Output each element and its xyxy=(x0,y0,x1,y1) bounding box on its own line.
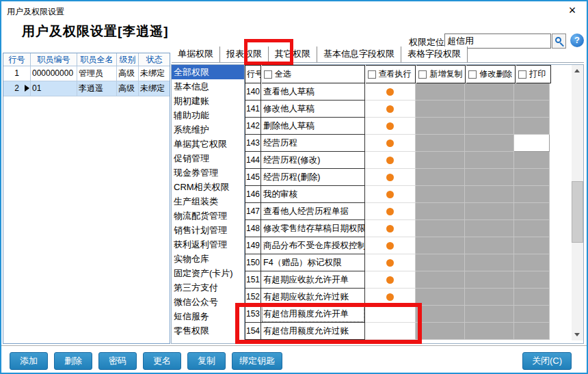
permission-row[interactable]: 153 有超信用额度允许开单 xyxy=(245,306,551,323)
permission-row[interactable]: 154 有超信用额度允许过账 xyxy=(245,323,551,340)
category-item[interactable]: 促销管理 xyxy=(172,151,244,165)
grid-column-header[interactable]: 打印 xyxy=(516,65,551,83)
permission-row[interactable]: 152 有超期应收款允许过账 xyxy=(245,289,551,306)
category-item[interactable]: 生产组装类 xyxy=(172,194,244,209)
column-checkbox[interactable] xyxy=(418,70,427,79)
footer-button[interactable]: 更名 xyxy=(143,352,181,370)
view-exec-cell[interactable] xyxy=(365,118,416,135)
permission-name-cell[interactable]: 查看他人草稿 xyxy=(261,83,365,101)
category-item[interactable]: 微信公众号 xyxy=(172,295,244,309)
employee-row[interactable]: 1 000000000 管理员 高级 未绑定 xyxy=(3,66,170,81)
footer-button[interactable]: 绑定钥匙 xyxy=(232,352,282,370)
permission-row[interactable]: 145 经营历程(删除) xyxy=(245,169,551,186)
view-exec-cell[interactable] xyxy=(365,271,416,289)
view-exec-cell[interactable] xyxy=(365,203,416,220)
category-item[interactable]: 辅助功能 xyxy=(172,108,244,122)
tab[interactable]: 单据权限 xyxy=(172,46,220,62)
permission-name-cell[interactable]: 有超期应收款允许过账 xyxy=(261,289,365,306)
category-item[interactable]: 单据其它权限 xyxy=(172,137,244,151)
scrollbar-thumb[interactable] xyxy=(572,181,583,243)
close-button[interactable]: 关闭(C) xyxy=(522,352,572,370)
view-exec-cell[interactable] xyxy=(365,289,416,306)
category-item[interactable]: 零售权限 xyxy=(172,323,244,338)
close-icon[interactable]: × xyxy=(565,3,580,18)
category-item[interactable]: 获利返利管理 xyxy=(172,237,244,252)
grid-column-header[interactable]: 新增复制 xyxy=(416,65,466,83)
tab[interactable]: 表格字段权限 xyxy=(401,46,468,62)
permission-name-cell[interactable]: F4（赠品）标记权限 xyxy=(261,254,365,271)
category-item[interactable]: 基本信息 xyxy=(172,79,244,94)
permission-row[interactable]: 143 经营历程 xyxy=(245,135,551,152)
view-exec-cell[interactable] xyxy=(365,306,416,323)
employee-column-header[interactable]: 职员编号 xyxy=(31,53,77,66)
tab[interactable]: 基本信息字段权限 xyxy=(317,46,401,62)
view-exec-cell[interactable] xyxy=(365,83,416,101)
category-item[interactable]: 全部权限 xyxy=(172,65,244,79)
permission-name-cell[interactable]: 有超信用额度允许过账 xyxy=(261,323,365,340)
permission-name-cell[interactable]: 修改他人草稿 xyxy=(261,101,365,118)
view-exec-cell[interactable] xyxy=(365,220,416,237)
permission-row[interactable]: 140 查看他人草稿 xyxy=(245,83,551,101)
permission-name-cell[interactable]: 修改零售结存草稿日期权限 xyxy=(261,220,365,237)
tab[interactable]: 报表权限 xyxy=(220,46,269,62)
permission-name-cell[interactable]: 查看他人经营历程单据 xyxy=(261,203,365,220)
view-exec-cell[interactable] xyxy=(365,237,416,254)
category-item[interactable]: 销售计划管理 xyxy=(172,223,244,237)
category-item[interactable]: 物流配货管理 xyxy=(172,209,244,223)
column-checkbox[interactable] xyxy=(518,70,526,79)
permission-name-cell[interactable]: 删除他人草稿 xyxy=(261,118,365,135)
permission-name-cell[interactable]: 我的审核 xyxy=(261,186,365,203)
column-checkbox[interactable] xyxy=(468,70,477,79)
tab[interactable]: 其它权限 xyxy=(269,46,317,62)
permission-name-cell[interactable]: 经营历程 xyxy=(261,135,365,152)
help-icon[interactable]: ? xyxy=(570,34,584,47)
permission-row[interactable]: 148 修改零售结存草稿日期权限 xyxy=(245,220,551,237)
view-exec-cell[interactable] xyxy=(365,101,416,118)
footer-button[interactable]: 复制 xyxy=(187,352,226,370)
employee-row[interactable]: 2 01 李逍遥 高级 未绑定 xyxy=(3,81,170,96)
permission-row[interactable]: 147 查看他人经营历程单据 xyxy=(245,203,551,220)
permission-name-cell[interactable]: 经营历程(删除) xyxy=(261,169,365,186)
permission-name-cell[interactable]: 商品分布不受仓库授权控制 xyxy=(261,237,365,254)
footer-button[interactable]: 密码 xyxy=(98,352,137,370)
category-item[interactable]: 第三方支付 xyxy=(172,280,244,295)
category-item[interactable]: 实物仓库 xyxy=(172,252,244,266)
category-item[interactable]: 固定资产(卡片) xyxy=(172,266,244,280)
view-exec-cell[interactable] xyxy=(365,254,416,271)
employee-column-header[interactable]: 级别 xyxy=(117,53,139,66)
view-exec-cell[interactable] xyxy=(365,152,416,169)
column-checkbox[interactable] xyxy=(368,70,376,79)
category-item[interactable]: 期初建账 xyxy=(172,94,244,108)
permission-row[interactable]: 144 经营历程(修改) xyxy=(245,152,551,169)
employee-column-header[interactable]: 状态 xyxy=(139,53,170,66)
permission-name-cell[interactable]: 经营历程(修改) xyxy=(261,152,365,169)
permission-row[interactable]: 142 删除他人草稿 xyxy=(245,118,551,135)
footer-button[interactable]: 添加 xyxy=(10,352,48,370)
permission-name-cell[interactable]: 有超信用额度允许开单 xyxy=(261,306,365,323)
category-item[interactable]: CRM相关权限 xyxy=(172,180,244,194)
grid-column-header[interactable]: 全选 xyxy=(262,65,365,83)
employee-column-header[interactable]: 行号 xyxy=(3,53,31,66)
grid-column-header[interactable]: 查看执行 xyxy=(366,65,416,83)
print-cell xyxy=(514,323,550,340)
employee-column-header[interactable]: 职员全名 xyxy=(77,53,117,66)
view-exec-cell[interactable] xyxy=(365,186,416,203)
grid-column-header[interactable]: 修改删除 xyxy=(466,65,516,83)
view-exec-cell[interactable] xyxy=(365,135,416,152)
view-exec-cell[interactable] xyxy=(365,169,416,186)
permission-row[interactable]: 149 商品分布不受仓库授权控制 xyxy=(245,237,551,254)
permission-row[interactable]: 141 修改他人草稿 xyxy=(245,101,551,118)
permission-row[interactable]: 146 我的审核 xyxy=(245,186,551,203)
footer-button[interactable]: 删除 xyxy=(54,352,92,370)
permission-row[interactable]: 151 有超期应收款允许开单 xyxy=(245,271,551,289)
category-item[interactable]: 系统维护 xyxy=(172,122,244,137)
vertical-scrollbar[interactable] xyxy=(572,65,583,340)
permission-row[interactable]: 150 F4（赠品）标记权限 xyxy=(245,254,551,271)
category-item[interactable]: 短信服务 xyxy=(172,309,244,323)
permission-name-cell[interactable]: 有超期应收款允许开单 xyxy=(261,271,365,289)
view-exec-cell[interactable] xyxy=(365,323,416,340)
category-item[interactable]: 现金券管理 xyxy=(172,165,244,180)
scroll-up-button[interactable] xyxy=(572,65,583,77)
column-checkbox[interactable] xyxy=(264,70,272,79)
scroll-down-button[interactable] xyxy=(572,329,583,340)
